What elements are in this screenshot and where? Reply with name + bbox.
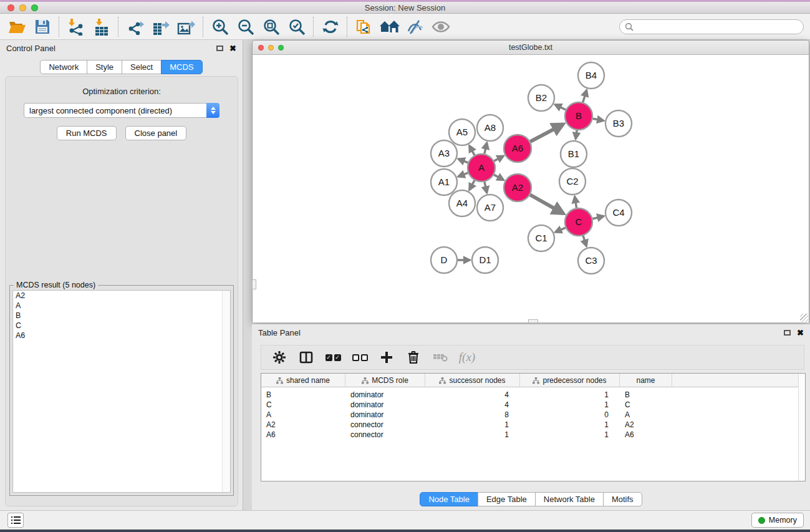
- node-B3[interactable]: B3: [605, 110, 632, 137]
- table-row-b[interactable]: Bdominator41B: [261, 390, 805, 400]
- cell-MCDS-role[interactable]: dominator: [345, 400, 425, 410]
- node-A6[interactable]: A6: [504, 135, 531, 162]
- edge-A-A4[interactable]: [470, 180, 475, 190]
- table-row-a6[interactable]: A6connector11A6: [261, 430, 805, 440]
- node-A3[interactable]: A3: [431, 140, 457, 167]
- node-A7[interactable]: A7: [477, 195, 503, 221]
- function-builder-icon[interactable]: f(x): [456, 347, 478, 367]
- edge-A-A2[interactable]: [494, 175, 504, 180]
- edge-A-A5[interactable]: [470, 146, 475, 155]
- float-table-panel-icon[interactable]: [784, 330, 791, 336]
- tab-edge-table[interactable]: Edge Table: [478, 492, 536, 506]
- edge-B-B4[interactable]: [583, 90, 587, 102]
- node-C4[interactable]: C4: [605, 200, 632, 226]
- export-table-icon[interactable]: [148, 16, 173, 38]
- node-table[interactable]: shared nameMCDS rolesuccessor nodesprede…: [261, 373, 806, 481]
- hide-selected-icon[interactable]: [402, 16, 428, 38]
- table-row-a[interactable]: Adominator80A: [261, 410, 805, 420]
- edge-C-C3[interactable]: [583, 236, 586, 246]
- column-header-predecessor-nodes[interactable]: predecessor nodes: [520, 374, 620, 387]
- cell-name[interactable]: C: [620, 400, 672, 410]
- cell-successor-nodes[interactable]: 4: [425, 400, 520, 410]
- edge-A-A6[interactable]: [494, 156, 503, 161]
- vertical-scroll-handle[interactable]: [252, 279, 256, 289]
- cell-successor-nodes[interactable]: 1: [425, 430, 520, 440]
- cell-predecessor-nodes[interactable]: 0: [520, 410, 620, 420]
- cell-predecessor-nodes[interactable]: 1: [520, 390, 620, 400]
- import-table-icon[interactable]: [89, 16, 114, 38]
- edge-C-C1[interactable]: [555, 228, 565, 232]
- cell-name[interactable]: B: [620, 390, 672, 400]
- cell-shared-name[interactable]: B: [261, 390, 345, 400]
- clone-network-icon[interactable]: [351, 16, 377, 38]
- cell-MCDS-role[interactable]: dominator: [345, 410, 425, 420]
- zoom-fit-icon[interactable]: [258, 16, 284, 38]
- node-B1[interactable]: B1: [561, 141, 587, 167]
- cell-name[interactable]: A2: [620, 420, 672, 430]
- cell-shared-name[interactable]: A2: [261, 420, 345, 430]
- float-panel-icon[interactable]: [216, 46, 223, 51]
- export-image-icon[interactable]: [173, 16, 199, 38]
- mcds-result-item-c[interactable]: C: [13, 321, 230, 331]
- zoom-in-icon[interactable]: [207, 16, 233, 38]
- import-network-icon[interactable]: [63, 16, 89, 38]
- table-row-a2[interactable]: A2connector11A2: [261, 420, 805, 430]
- node-B2[interactable]: B2: [528, 85, 554, 111]
- table-row-c[interactable]: Cdominator41C: [261, 400, 805, 410]
- zoom-selected-icon[interactable]: [284, 16, 309, 38]
- mcds-result-item-a6[interactable]: A6: [13, 331, 230, 341]
- node-C3[interactable]: C3: [578, 248, 604, 274]
- destroy-table-icon[interactable]: [430, 347, 451, 367]
- node-D[interactable]: D: [431, 247, 457, 273]
- show-hidden-eye-icon[interactable]: [428, 16, 453, 38]
- table-scrollbar[interactable]: [798, 374, 805, 481]
- task-history-button[interactable]: [7, 513, 24, 528]
- column-header-successor-nodes[interactable]: successor nodes: [425, 374, 520, 387]
- close-table-panel-icon[interactable]: ✖: [797, 329, 804, 337]
- close-panel-icon[interactable]: ✖: [229, 44, 236, 52]
- cell-MCDS-role[interactable]: connector: [345, 420, 425, 430]
- add-column-icon[interactable]: [376, 347, 397, 367]
- edge-A-A3[interactable]: [458, 159, 468, 163]
- deselect-all-icon[interactable]: [349, 347, 370, 367]
- edge-B-B1[interactable]: [576, 130, 577, 139]
- edge-A-A7[interactable]: [485, 181, 487, 193]
- column-header-name[interactable]: name: [620, 374, 672, 387]
- node-A1[interactable]: A1: [431, 169, 457, 195]
- node-B4[interactable]: B4: [578, 62, 604, 89]
- column-header-shared-name[interactable]: shared name: [261, 374, 345, 387]
- tab-network[interactable]: Network: [40, 60, 87, 74]
- cell-predecessor-nodes[interactable]: 1: [520, 420, 620, 430]
- table-options-icon[interactable]: [269, 347, 290, 367]
- open-session-icon[interactable]: [4, 16, 29, 38]
- node-A[interactable]: A: [468, 154, 495, 181]
- cell-successor-nodes[interactable]: 4: [425, 390, 520, 400]
- cell-shared-name[interactable]: A6: [261, 430, 345, 440]
- cell-MCDS-role[interactable]: dominator: [345, 390, 425, 400]
- delete-column-icon[interactable]: [403, 347, 424, 367]
- tab-motifs[interactable]: Motifs: [603, 492, 642, 506]
- search-field[interactable]: [619, 19, 804, 34]
- refresh-icon[interactable]: [317, 16, 343, 38]
- node-C[interactable]: C: [565, 208, 592, 236]
- mcds-result-item-a2[interactable]: A2: [13, 291, 230, 301]
- cell-MCDS-role[interactable]: connector: [345, 430, 425, 440]
- tab-mcds[interactable]: MCDS: [161, 60, 202, 74]
- edge-C-C4[interactable]: [592, 216, 604, 219]
- node-A8[interactable]: A8: [477, 115, 503, 141]
- mcds-result-item-b[interactable]: B: [13, 311, 230, 321]
- edge-B-B3[interactable]: [593, 118, 604, 120]
- close-panel-button[interactable]: Close panel: [125, 126, 187, 140]
- cell-shared-name[interactable]: A: [261, 410, 345, 420]
- edge-A-A1[interactable]: [458, 173, 468, 177]
- select-all-icon[interactable]: ✓✓: [322, 347, 344, 367]
- cell-predecessor-nodes[interactable]: 1: [520, 400, 620, 410]
- network-window-titlebar[interactable]: testGlobe.txt: [253, 41, 809, 55]
- cell-name[interactable]: A6: [620, 430, 672, 440]
- node-B[interactable]: B: [565, 102, 592, 130]
- network-canvas[interactable]: B4B2BB3A8A5A6A3B1AA1C2A2A4A7C4CC1C3DD1: [253, 55, 809, 322]
- cell-successor-nodes[interactable]: 8: [425, 410, 520, 420]
- node-D1[interactable]: D1: [472, 247, 498, 273]
- list-scrollbar[interactable]: [222, 291, 230, 492]
- node-C1[interactable]: C1: [528, 225, 554, 251]
